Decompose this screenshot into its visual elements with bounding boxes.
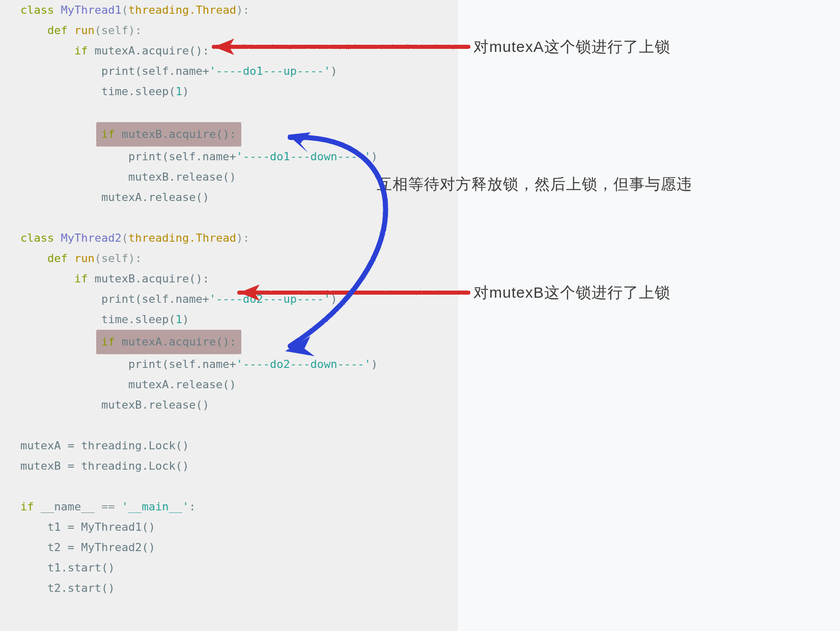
paren: ( <box>122 232 128 244</box>
statement: mutexA = threading.Lock() <box>20 439 189 452</box>
method-name: run <box>74 24 95 37</box>
keyword-if: if <box>101 335 122 348</box>
call: print(self.name+ <box>128 150 236 163</box>
number: 1 <box>176 85 182 98</box>
paren: ): <box>236 4 250 16</box>
dunder: __name__ <box>41 500 95 513</box>
number: 1 <box>176 313 182 326</box>
args: (self): <box>95 252 142 265</box>
keyword-if: if <box>101 128 122 140</box>
condition: mutexB.acquire(): <box>122 128 236 140</box>
string: '----do2---up----' <box>209 293 330 305</box>
keyword-def: def <box>47 252 74 265</box>
call: print(self.name+ <box>101 293 209 305</box>
statement: t2.start() <box>47 582 115 594</box>
call: print(self.name+ <box>128 358 236 370</box>
paren: ( <box>122 4 128 16</box>
colon: : <box>189 500 195 513</box>
rparen: ) <box>371 358 378 370</box>
call: mutexB.release() <box>101 398 209 411</box>
condition: mutexB.acquire(): <box>95 272 209 285</box>
args: (self): <box>95 24 142 37</box>
base-class: threading.Thread <box>128 4 236 16</box>
code-panel: class MyThread1(threading.Thread): def r… <box>0 0 458 631</box>
keyword-if: if <box>20 500 41 513</box>
statement: t1.start() <box>47 561 115 574</box>
class-name: MyThread1 <box>61 4 121 16</box>
keyword-if: if <box>74 44 95 57</box>
statement: t1 = MyThread1() <box>47 521 155 533</box>
string: '----do1---down----' <box>236 150 371 163</box>
rparen: ) <box>182 85 189 98</box>
condition: mutexA.acquire(): <box>95 44 209 57</box>
highlight-box-2: if mutexA.acquire(): <box>96 330 241 354</box>
base-class: threading.Thread <box>128 232 236 244</box>
paren: ): <box>236 232 250 244</box>
call: mutexA.release() <box>101 191 209 204</box>
string: '----do2---down----' <box>236 358 371 370</box>
keyword-def: def <box>47 24 74 37</box>
rparen: ) <box>330 65 337 77</box>
rparen: ) <box>371 150 378 163</box>
rparen: ) <box>330 293 337 305</box>
class-name: MyThread2 <box>61 232 121 244</box>
string: '----do1---up----' <box>209 65 330 77</box>
call: mutexB.release() <box>128 170 236 183</box>
call: print(self.name+ <box>101 65 209 77</box>
statement: mutexB = threading.Lock() <box>20 460 189 472</box>
condition: mutexA.acquire(): <box>122 335 236 348</box>
call: mutexA.release() <box>128 378 236 391</box>
annotation-mutex-b: 对mutexB这个锁进行了上锁 <box>473 282 670 303</box>
string: '__main__' <box>122 500 189 513</box>
keyword-if: if <box>74 272 95 285</box>
operator: == <box>95 500 122 513</box>
highlight-box-1: if mutexB.acquire(): <box>96 122 241 147</box>
statement: t2 = MyThread2() <box>47 541 155 554</box>
rparen: ) <box>182 313 189 326</box>
code-block: class MyThread1(threading.Thread): def r… <box>0 0 458 598</box>
method-name: run <box>74 252 95 265</box>
call: time.sleep( <box>101 313 176 326</box>
annotation-mutex-a: 对mutexA这个锁进行了上锁 <box>473 37 670 58</box>
keyword-class: class <box>20 4 61 16</box>
annotation-deadlock: 互相等待对方释放锁，然后上锁，但事与愿违 <box>377 174 692 195</box>
keyword-class: class <box>20 232 61 244</box>
call: time.sleep( <box>101 85 176 98</box>
